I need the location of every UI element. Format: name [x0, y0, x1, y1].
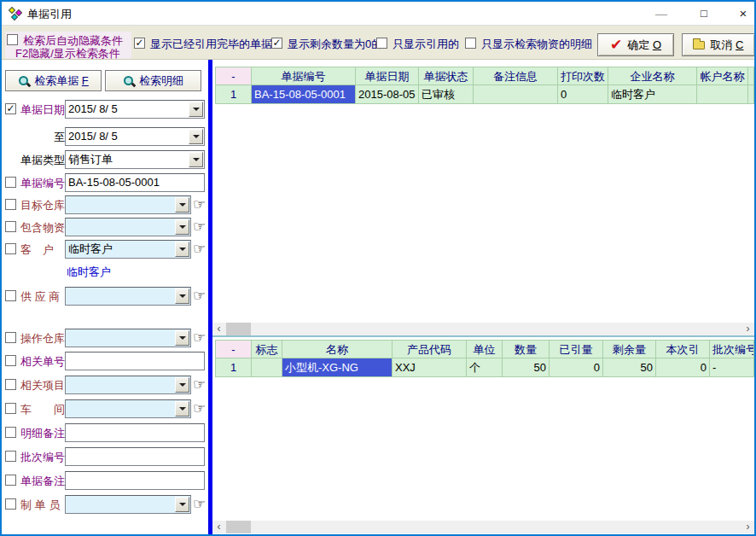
related-project-label: 相关项目: [20, 378, 65, 393]
chevron-down-icon[interactable]: [175, 288, 189, 304]
date-to-combo[interactable]: 2015/ 8/ 5: [65, 127, 205, 146]
doc-date-combo[interactable]: 2015/ 8/ 5: [65, 100, 205, 119]
flag-cell[interactable]: [252, 358, 282, 377]
remark-cell[interactable]: [474, 85, 558, 104]
maker-label: 制 单 员: [20, 498, 65, 513]
quantity-cell[interactable]: 50: [503, 358, 550, 377]
show-zero-checkbox[interactable]: ✓: [271, 38, 282, 49]
cancel-button[interactable]: 取消 C: [682, 33, 755, 56]
field-related-no: 相关单号: [2, 352, 208, 370]
related-project-combo[interactable]: [65, 376, 191, 394]
minimize-button[interactable]: —: [647, 4, 676, 23]
op-warehouse-checkbox[interactable]: [5, 332, 16, 343]
hand-pointer-icon[interactable]: ☞: [193, 288, 206, 305]
supplier-checkbox[interactable]: [5, 290, 16, 301]
row-number-cell[interactable]: 1: [215, 85, 252, 104]
target-warehouse-checkbox[interactable]: [5, 199, 16, 210]
close-button[interactable]: ×: [729, 4, 756, 23]
chevron-down-icon[interactable]: [189, 102, 203, 117]
doc-grid-area: - 单据编号 单据日期 单据状态 备注信息 打印次数 企业名称 帐户名称 1 B…: [212, 60, 754, 323]
related-no-input[interactable]: [65, 352, 205, 370]
maximize-button[interactable]: □: [689, 4, 718, 23]
scroll-left-icon[interactable]: ‹: [212, 521, 225, 533]
combo-value: 销售订单: [68, 153, 188, 166]
spare-cell[interactable]: [748, 85, 754, 104]
hand-pointer-icon[interactable]: ☞: [193, 496, 206, 513]
print-count-cell[interactable]: 0: [558, 85, 608, 104]
doc-no-cell-selected[interactable]: BA-15-08-05-0001: [252, 85, 356, 104]
field-material: 包含物资 ☞: [2, 218, 208, 236]
material-checkbox[interactable]: [5, 221, 16, 232]
chevron-down-icon[interactable]: [175, 377, 189, 393]
only-searched-checkbox[interactable]: [465, 38, 476, 49]
doc-remark-checkbox[interactable]: [5, 475, 16, 486]
material-combo[interactable]: [65, 218, 191, 236]
scroll-thumb[interactable]: [226, 521, 251, 533]
chevron-down-icon[interactable]: [175, 401, 189, 417]
hand-pointer-icon[interactable]: ☞: [193, 376, 206, 393]
hand-pointer-icon[interactable]: ☞: [193, 241, 206, 258]
detail-remark-checkbox[interactable]: [5, 427, 16, 438]
auto-hide-checkbox[interactable]: [7, 34, 18, 45]
company-cell[interactable]: 临时客户: [608, 85, 697, 104]
chevron-down-icon[interactable]: [175, 219, 189, 235]
show-finished-checkbox[interactable]: ✓: [134, 38, 145, 49]
scroll-thumb[interactable]: [226, 323, 251, 335]
doc-date-checkbox[interactable]: ✓: [5, 103, 16, 114]
maker-checkbox[interactable]: [5, 498, 16, 510]
scroll-right-icon[interactable]: ›: [741, 521, 754, 533]
hand-pointer-icon[interactable]: ☞: [193, 196, 206, 213]
scroll-left-icon[interactable]: ‹: [212, 323, 225, 335]
search-documents-button[interactable]: 检索单据 F: [5, 70, 102, 91]
chevron-down-icon[interactable]: [189, 129, 203, 144]
doc-type-combo[interactable]: 销售订单: [65, 150, 205, 169]
hand-pointer-icon[interactable]: ☞: [193, 400, 206, 417]
customer-checkbox[interactable]: [5, 243, 16, 254]
detail-remark-input[interactable]: [65, 423, 205, 442]
product-code-cell[interactable]: XXJ: [393, 358, 467, 377]
batch-no-cell[interactable]: -: [710, 358, 754, 377]
batch-no-input[interactable]: [65, 447, 205, 466]
row-number-cell[interactable]: 1: [215, 358, 252, 377]
workshop-combo[interactable]: [65, 399, 191, 418]
this-time-qty-cell[interactable]: 0: [656, 358, 710, 377]
detail-grid-hscrollbar[interactable]: ‹ ›: [212, 521, 754, 533]
chevron-down-icon[interactable]: [175, 242, 189, 257]
account-cell[interactable]: [697, 85, 748, 104]
batch-no-checkbox[interactable]: [5, 451, 16, 462]
hand-pointer-icon[interactable]: ☞: [193, 218, 206, 236]
doc-no-input[interactable]: BA-15-08-05-0001: [65, 173, 205, 192]
target-warehouse-combo[interactable]: [65, 195, 191, 214]
chevron-down-icon[interactable]: [175, 497, 189, 512]
doc-date-label: 单据日期: [20, 102, 65, 118]
ok-button[interactable]: ✔ 确定 O: [597, 33, 674, 56]
referenced-qty-cell[interactable]: 0: [550, 358, 603, 377]
check-icon: ✓: [272, 38, 282, 48]
hand-pointer-icon[interactable]: ☞: [193, 329, 206, 347]
supplier-combo[interactable]: [65, 287, 191, 306]
op-warehouse-combo[interactable]: [65, 329, 191, 347]
unit-cell[interactable]: 个: [467, 358, 503, 377]
red-check-icon: ✔: [610, 39, 622, 51]
only-referenced-label: 只显示引用的: [393, 37, 459, 52]
search-condition-panel: 检索单据 F 检索明细 ✓ 单据日期 2015/ 8/ 5 至 2015/ 8/…: [2, 60, 208, 534]
doc-status-cell[interactable]: 已审核: [419, 85, 474, 104]
field-maker: 制 单 员 ☞: [2, 495, 208, 514]
scroll-right-icon[interactable]: ›: [741, 323, 754, 335]
search-details-button[interactable]: 检索明细: [105, 70, 201, 91]
only-referenced-checkbox[interactable]: [376, 38, 387, 49]
chevron-down-icon[interactable]: [189, 152, 203, 167]
name-cell-selected[interactable]: 小型机-XG-NG: [282, 358, 393, 377]
chevron-down-icon[interactable]: [175, 330, 189, 346]
chevron-down-icon[interactable]: [175, 197, 189, 213]
doc-remark-input[interactable]: [65, 471, 205, 490]
customer-combo[interactable]: 临时客户: [65, 240, 191, 259]
doc-grid-hscrollbar[interactable]: ‹ ›: [212, 323, 754, 335]
doc-no-checkbox[interactable]: [5, 177, 16, 188]
doc-date-cell[interactable]: 2015-08-05: [356, 85, 419, 104]
remaining-qty-cell[interactable]: 50: [603, 358, 656, 377]
related-no-checkbox[interactable]: [5, 355, 16, 366]
workshop-checkbox[interactable]: [5, 403, 16, 414]
related-project-checkbox[interactable]: [5, 379, 16, 390]
maker-combo[interactable]: [65, 495, 191, 514]
